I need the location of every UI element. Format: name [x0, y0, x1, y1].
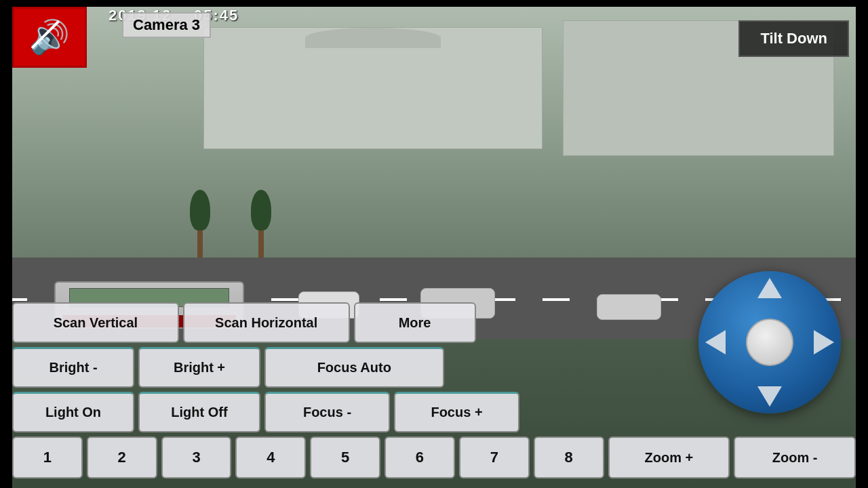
num-7-button[interactable]: 7 — [459, 436, 530, 479]
bright-minus-button[interactable]: Bright - — [12, 347, 134, 388]
mute-slash — [31, 20, 60, 49]
num-2-button[interactable]: 2 — [87, 436, 157, 479]
button-row-3: Light On Light Off Focus - Focus + — [12, 392, 856, 432]
border-left — [0, 0, 12, 488]
light-off-button[interactable]: Light Off — [138, 392, 260, 432]
more-button[interactable]: More — [354, 302, 476, 343]
mute-button[interactable]: 🔊 — [12, 7, 87, 68]
button-row-numbers: 1 2 3 4 5 6 7 8 Zoom + Zoom - — [12, 436, 856, 479]
tree-1 — [190, 190, 210, 258]
light-on-button[interactable]: Light On — [12, 392, 134, 432]
zoom-plus-button[interactable]: Zoom + — [608, 436, 730, 479]
zoom-minus-button[interactable]: Zoom - — [734, 436, 856, 479]
num-3-button[interactable]: 3 — [161, 436, 232, 479]
focus-auto-button[interactable]: Focus Auto — [264, 347, 444, 388]
focus-minus-button[interactable]: Focus - — [264, 392, 390, 432]
scan-horizontal-button[interactable]: Scan Horizontal — [183, 302, 350, 343]
mute-icon: 🔊 — [29, 18, 70, 56]
border-right — [856, 0, 868, 488]
button-row-1: Scan Vertical Scan Horizontal More — [12, 302, 856, 343]
tilt-down-button[interactable]: Tilt Down — [738, 20, 849, 57]
tree-2 — [251, 190, 271, 258]
num-4-button[interactable]: 4 — [235, 436, 306, 479]
building-left — [203, 27, 542, 149]
dpad-up-arrow[interactable] — [757, 278, 782, 298]
control-panel: Scan Vertical Scan Horizontal More Brigh… — [12, 302, 856, 488]
focus-plus-button[interactable]: Focus + — [394, 392, 519, 432]
num-1-button[interactable]: 1 — [12, 436, 83, 479]
num-6-button[interactable]: 6 — [384, 436, 455, 479]
button-row-2: Bright - Bright + Focus Auto — [12, 347, 856, 388]
bright-plus-button[interactable]: Bright + — [138, 347, 260, 388]
num-8-button[interactable]: 8 — [534, 436, 604, 479]
camera-label: Camera 3 — [122, 12, 211, 38]
num-5-button[interactable]: 5 — [310, 436, 380, 479]
border-top — [0, 0, 868, 7]
scan-vertical-button[interactable]: Scan Vertical — [12, 302, 179, 343]
